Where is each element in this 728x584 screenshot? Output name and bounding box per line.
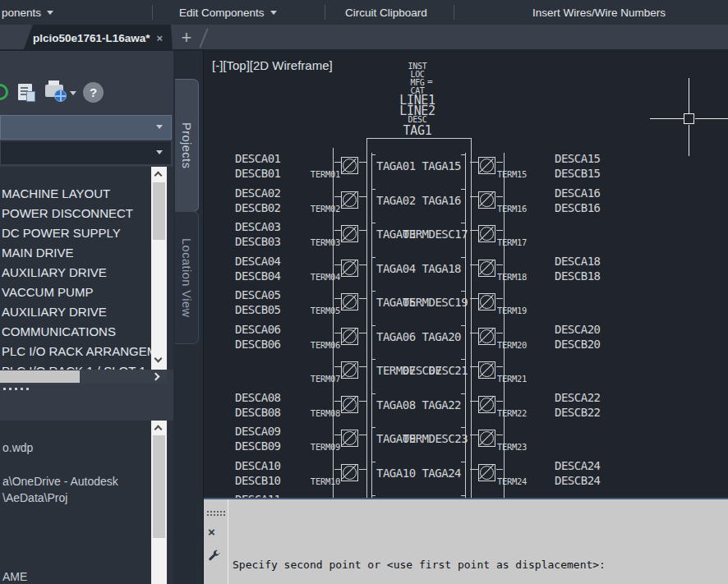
cad-entity <box>359 469 366 470</box>
chevron-down-icon[interactable] <box>70 91 76 95</box>
help-icon[interactable]: ? <box>83 82 104 103</box>
command-history[interactable]: Specify second point or <use first point… <box>233 522 631 584</box>
cad-tag-right: TAGA22 <box>422 398 461 412</box>
tree-item[interactable]: POWER DISCONNECT <box>2 206 133 220</box>
scroll-down-icon[interactable] <box>154 355 163 363</box>
cad-entity <box>496 298 503 299</box>
menu-item-insert-wires[interactable]: Insert Wires/Wire Numbers <box>532 0 666 25</box>
cad-term-label-right: TERM20 <box>497 340 527 350</box>
cad-desc-b-right: DESCB15 <box>555 167 601 180</box>
menu-item-label: Insert Wires/Wire Numbers <box>532 7 666 19</box>
tab-location-view[interactable]: Location View <box>175 211 199 344</box>
cad-entity <box>334 333 341 333</box>
cad-desc-a-left: DESCA03 <box>235 220 281 233</box>
cad-entity <box>461 393 465 394</box>
cad-term-label-left: TERM06 <box>286 340 340 350</box>
cad-entity <box>461 189 465 190</box>
cad-tag-row: TERM07DESC07DESC21 <box>376 364 461 377</box>
tab-label: Location View <box>180 238 193 318</box>
cad-terminal-symbol <box>478 191 495 209</box>
tree-item[interactable]: PLC I/O RACK ARRANGEME <box>2 344 165 358</box>
cad-entity <box>496 230 503 231</box>
cad-term-label-left: TERM09 <box>286 442 340 452</box>
cad-tag-left: TAGA01 <box>376 159 416 172</box>
menu-item-circuit-clipboard[interactable]: Circuit Clipboard <box>345 0 427 25</box>
tree-vertical-scrollbar[interactable] <box>151 167 167 370</box>
menu-divider <box>152 5 153 20</box>
cad-entity <box>470 298 478 299</box>
drawing-dropdown[interactable] <box>0 140 172 165</box>
cad-tag-left: TAGA10 <box>376 467 416 480</box>
document-tab[interactable]: plcio50e1761-L16awa* × <box>23 25 173 51</box>
cad-entity <box>461 291 465 292</box>
cad-entity <box>359 366 366 367</box>
cad-desc-a-left: DESCA05 <box>235 288 281 301</box>
detail-filename: o.wdp <box>2 441 33 454</box>
tree-item[interactable]: PLC I/O RACK 1 / SLOT 1, A <box>2 364 160 370</box>
cad-terminal-symbol <box>341 293 358 310</box>
cad-entity <box>496 264 503 265</box>
project-dropdown[interactable] <box>0 115 172 140</box>
cad-entity <box>461 427 465 428</box>
cad-entity <box>461 359 465 360</box>
close-icon[interactable]: × <box>208 525 215 539</box>
cad-desc-a-left: DESCA09 <box>235 425 281 438</box>
crosshair-cursor <box>689 78 689 113</box>
scroll-right-icon[interactable] <box>152 373 160 381</box>
cad-terminal-symbol <box>478 260 495 277</box>
details-vertical-scrollbar[interactable] <box>151 421 167 584</box>
cad-desc-a-left: DESCA02 <box>235 186 281 200</box>
command-drag-grip[interactable] <box>207 511 209 513</box>
scrollbar-thumb[interactable] <box>153 435 165 538</box>
cad-tag-row: TAGA04TAGA18 <box>376 262 461 275</box>
tree-item[interactable]: VACCUM PUMP <box>2 285 93 299</box>
tab-projects[interactable]: Projects <box>175 79 199 212</box>
tree-item[interactable]: AUXILIARY DRIVE <box>2 265 107 279</box>
cad-entity <box>470 196 478 197</box>
cad-terminal-symbol <box>341 396 358 413</box>
tree-horizontal-scrollbar[interactable] <box>0 370 167 384</box>
menu-item-components[interactable]: ponents <box>2 0 53 25</box>
tree-item[interactable]: DC POWER SUPPLY <box>2 226 121 240</box>
cad-overlapped-text: TERMDESC23 <box>403 432 468 445</box>
tree-item[interactable]: MACHINE LAYOUT <box>2 186 110 200</box>
menu-item-label: Circuit Clipboard <box>345 7 427 19</box>
drawing-viewport[interactable]: [-][Top][2D Wireframe] INST LOC MFG = CA… <box>204 51 728 499</box>
close-tab-icon[interactable]: × <box>157 32 164 44</box>
cad-desc-a-right: DESCA20 <box>555 323 601 336</box>
cad-desc-a-right: DESCA15 <box>555 152 601 165</box>
viewport-controls[interactable]: [-][Top][2D Wireframe] <box>212 58 333 72</box>
cad-desc-b-left: DESCB06 <box>235 338 281 351</box>
tree-item[interactable]: MAIN DRIVE <box>2 246 74 260</box>
menu-item-edit-components[interactable]: Edit Components <box>179 0 277 25</box>
cad-entity <box>496 162 503 163</box>
cad-entity <box>461 325 465 326</box>
refresh-icon[interactable] <box>0 84 8 100</box>
cad-desc-b-right: DESCB18 <box>555 269 601 283</box>
cad-entity <box>371 393 376 394</box>
cad-desc-b-left: DESCB05 <box>235 303 281 316</box>
cad-entity <box>470 264 478 265</box>
scroll-up-icon[interactable] <box>154 172 163 180</box>
cad-entity <box>371 291 376 292</box>
cad-tag-right: TAGA20 <box>422 330 461 343</box>
panel-splitter-grip[interactable] <box>3 388 6 390</box>
detail-path-line2: \AeData\Proj <box>2 491 67 504</box>
report-icon[interactable] <box>18 84 32 100</box>
cad-tag-row: TAGA08TAGA22 <box>376 398 461 412</box>
scroll-up-icon[interactable] <box>154 425 163 434</box>
cad-entity <box>359 298 366 299</box>
scrollbar-thumb[interactable] <box>153 182 165 240</box>
new-tab-button[interactable]: + <box>176 25 197 51</box>
cad-entity <box>371 257 376 258</box>
cad-tag-right: TAGA16 <box>422 194 461 207</box>
scrollbar-thumb[interactable] <box>0 370 80 383</box>
cad-inner-right-rail <box>465 153 466 499</box>
tree-item[interactable]: COMMUNICATIONS <box>2 324 116 338</box>
cad-terminal-symbol <box>478 396 495 413</box>
command-line-panel[interactable]: × Specify second point or <use first poi… <box>204 498 728 584</box>
tree-item[interactable]: AUXILIARY DRIVE <box>2 305 107 319</box>
cad-entity <box>470 401 478 402</box>
wrench-icon[interactable] <box>207 549 222 563</box>
menu-item-label: Edit Components <box>179 7 265 19</box>
